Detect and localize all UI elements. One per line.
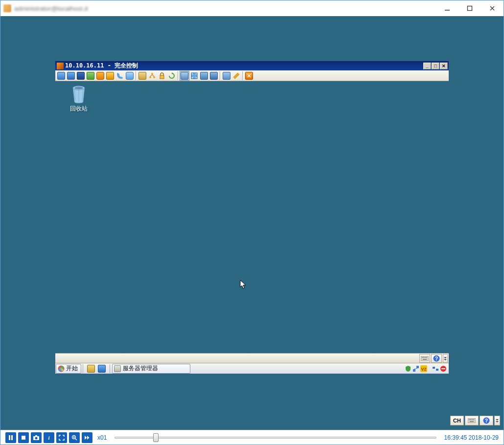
svg-rect-40 [11, 435, 13, 440]
svg-rect-28 [436, 369, 438, 371]
fullscreen-button[interactable] [56, 432, 67, 443]
tray-network-icon[interactable] [412, 365, 419, 372]
remote-title: 10.10.16.11 - 完全控制 [65, 62, 423, 70]
help-icon[interactable]: ? [431, 354, 442, 363]
close-button[interactable] [481, 1, 504, 16]
svg-rect-30 [441, 368, 445, 369]
pause-button[interactable] [5, 432, 16, 443]
toolbar-lock-icon[interactable] [157, 71, 167, 81]
toolbar-user-icon[interactable] [105, 71, 115, 81]
svg-rect-41 [22, 436, 25, 440]
maximize-button[interactable] [458, 1, 481, 16]
toolbar-chat-icon[interactable] [125, 71, 135, 81]
toolbar-send-icon[interactable] [86, 71, 95, 81]
outer-options-dropdown-icon[interactable] [494, 416, 500, 425]
toolbar-refresh-icon[interactable] [167, 71, 177, 81]
outer-backdrop: 10.10.16.11 - 完全控制 _ □ ✕ [0, 16, 504, 430]
taskbar-separator [110, 364, 110, 373]
toolbar-separator [220, 71, 221, 80]
toolbar-scale-icon[interactable] [199, 71, 209, 81]
svg-point-4 [153, 76, 155, 78]
svg-rect-22 [61, 369, 63, 371]
toolbar-monitor-icon[interactable] [56, 71, 66, 81]
remote-maximize-button[interactable]: □ [432, 63, 439, 69]
outer-help-icon[interactable]: ? [480, 416, 493, 425]
stop-button[interactable] [18, 432, 29, 443]
svg-rect-11 [422, 357, 423, 358]
toolbar-separator [136, 71, 137, 80]
toolbar-settings-icon[interactable] [231, 71, 241, 81]
svg-rect-32 [469, 419, 470, 420]
toolbar-terminal-icon[interactable] [76, 71, 86, 81]
toolbar-stop-icon[interactable] [244, 71, 254, 81]
cursor-icon [240, 280, 247, 289]
quick-launch-desktop-icon[interactable] [97, 364, 107, 374]
svg-rect-21 [59, 369, 61, 371]
outer-status-bar: CH ? [450, 416, 500, 425]
quick-launch-separator [83, 364, 83, 373]
playback-slider[interactable] [115, 433, 436, 442]
snapshot-button[interactable] [31, 432, 42, 443]
remote-titlebar[interactable]: 10.10.16.11 - 完全控制 _ □ ✕ [55, 61, 449, 70]
svg-rect-34 [472, 419, 473, 420]
remote-mode: 完全控制 [115, 62, 138, 69]
taskbar-app-label: 服务器管理器 [123, 364, 158, 373]
svg-rect-31 [468, 418, 476, 423]
playback-bar: i x01 16:39:45 2018-10-29 [0, 430, 504, 445]
outer-keyboard-icon[interactable] [465, 416, 479, 425]
toolbar-phone-icon[interactable] [115, 71, 125, 81]
toolbar-screen-icon[interactable] [66, 71, 76, 81]
svg-rect-5 [160, 75, 164, 79]
app-icon [3, 4, 11, 12]
svg-rect-12 [423, 357, 424, 358]
taskbar-app-button[interactable]: 服务器管理器 [112, 364, 190, 374]
toolbar-separator [178, 71, 179, 80]
server-manager-icon [114, 365, 121, 372]
slider-thumb[interactable] [153, 433, 159, 442]
remote-toolbar [55, 70, 449, 81]
toolbar-actual-size-icon[interactable] [209, 71, 219, 81]
svg-rect-33 [470, 419, 471, 420]
options-dropdown-icon[interactable] [443, 354, 448, 363]
tray-vc-icon[interactable]: V2 [420, 365, 427, 372]
toolbar-power-icon[interactable] [95, 71, 105, 81]
toolbar-file-transfer-icon[interactable] [222, 71, 231, 81]
tray-shield-icon[interactable] [405, 365, 412, 372]
zoom-button[interactable] [69, 432, 80, 443]
toolbar-clipboard-icon[interactable] [137, 71, 147, 81]
svg-text:?: ? [485, 418, 488, 423]
start-label: 开始 [66, 364, 78, 373]
app-title: administrator@localhost.d [14, 5, 436, 12]
remote-close-button[interactable]: ✕ [440, 63, 448, 69]
playback-speed: x01 [97, 434, 107, 441]
remote-minimize-button[interactable]: _ [423, 63, 431, 69]
playback-timestamp: 16:39:45 2018-10-29 [444, 434, 499, 441]
toolbar-network-icon[interactable] [147, 71, 157, 81]
toolbar-fit-window-icon[interactable] [180, 71, 189, 81]
recycle-bin-icon[interactable]: 回收站 [64, 85, 93, 113]
toolbar-fullscreen-icon[interactable] [189, 71, 199, 81]
keyboard-icon[interactable] [419, 354, 430, 363]
ime-label: CH [453, 418, 461, 423]
ime-button[interactable]: CH [450, 416, 464, 425]
system-tray: V2 [403, 365, 449, 372]
tray-blocked-icon[interactable] [440, 365, 447, 372]
recycle-bin-label: 回收站 [70, 105, 88, 113]
quick-launch-explorer-icon[interactable] [86, 364, 96, 374]
minimize-button[interactable] [436, 1, 458, 16]
svg-rect-36 [470, 421, 474, 422]
start-button[interactable]: 开始 [56, 364, 81, 374]
playback-time: 16:39:45 [444, 434, 467, 441]
svg-rect-15 [423, 359, 427, 360]
remote-taskbar: 开始 服务器管理器 V2 [55, 363, 449, 374]
svg-text:?: ? [435, 356, 438, 361]
svg-rect-19 [59, 366, 61, 368]
svg-point-2 [151, 73, 153, 75]
tray-connection-icon[interactable] [432, 365, 439, 372]
fast-forward-button[interactable] [82, 432, 92, 443]
remote-ip: 10.10.16.11 [65, 62, 104, 69]
svg-point-3 [149, 76, 151, 78]
info-button[interactable]: i [44, 432, 54, 443]
svg-rect-0 [445, 10, 450, 11]
remote-desktop-area[interactable]: 回收站 [55, 81, 449, 353]
